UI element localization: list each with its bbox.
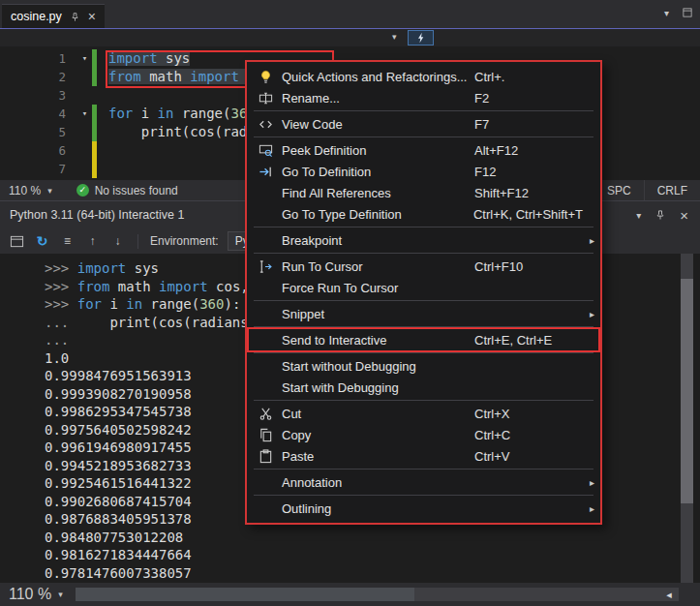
code-text	[97, 160, 108, 178]
context-menu: Quick Actions and Refactorings...Ctrl+.R…	[245, 60, 602, 525]
menu-item-label: Run To Cursor	[282, 259, 363, 274]
menu-item-go-to-type-definition[interactable]: Go To Type DefinitionCtrl+K, Ctrl+Shift+…	[249, 203, 598, 225]
menu-item-copy[interactable]: CopyCtrl+C	[249, 424, 598, 445]
lightbulb-icon	[255, 70, 276, 84]
menu-item-shortcut: Ctrl+C	[474, 428, 583, 442]
menu-item-send-to-interactive[interactable]: Send to InteractiveCtrl+E, Ctrl+E	[249, 329, 598, 350]
menu-item-force-run-to-cursor[interactable]: Force Run To Cursor	[249, 277, 598, 298]
history-icon[interactable]: ≡	[59, 233, 76, 250]
menu-item-label: Start without Debugging	[282, 359, 416, 374]
menu-item-shortcut: Ctrl+F10	[474, 259, 583, 274]
menu-item-label: Quick Actions and Refactorings...	[282, 70, 467, 84]
menu-item-cut[interactable]: CutCtrl+X	[249, 403, 598, 424]
interactive-line: 0.9816271834447664	[45, 546, 700, 564]
rename-icon	[255, 91, 276, 106]
peek-icon	[255, 143, 276, 158]
pin-icon[interactable]	[70, 12, 80, 22]
menu-item-find-all-references[interactable]: Find All ReferencesShift+F12	[249, 182, 598, 203]
pin-icon[interactable]	[654, 209, 666, 221]
menu-item-label: Send to Interactive	[282, 333, 386, 348]
menu-separator	[254, 400, 593, 401]
reset-icon[interactable]: ↻	[34, 233, 50, 250]
editor-navigation-bar: ▾	[0, 28, 700, 46]
close-icon[interactable]: ×	[88, 10, 96, 23]
menu-item-paste[interactable]: PasteCtrl+V	[249, 445, 598, 467]
menu-item-shortcut: Shift+F12	[474, 186, 583, 200]
check-circle-icon: ✓	[76, 184, 89, 197]
line-number: 6	[0, 141, 77, 160]
chevron-down-icon: ▾	[58, 590, 63, 599]
menu-item-snippet[interactable]: Snippet▸	[249, 303, 598, 324]
menu-item-outlining[interactable]: Outlining▸	[249, 498, 598, 519]
tab-label: cosine.py	[11, 10, 62, 23]
scroll-left-arrow-icon[interactable]: ◂	[659, 588, 679, 601]
line-number: 3	[0, 86, 77, 105]
fold-spacer	[77, 86, 92, 105]
menu-item-shortcut: Ctrl+K, Ctrl+Shift+T	[473, 207, 583, 222]
menu-item-run-to-cursor[interactable]: Run To CursorCtrl+F10	[249, 256, 598, 277]
zoom-value: 110 %	[9, 184, 41, 197]
menu-separator	[254, 253, 593, 254]
view-code-icon	[255, 117, 276, 132]
previous-command-icon[interactable]: ↑	[84, 233, 101, 250]
chevron-down-icon[interactable]: ▾	[636, 210, 641, 221]
menu-item-label: Rename...	[282, 91, 340, 106]
menu-item-shortcut: F7	[474, 117, 583, 132]
horizontal-scrollbar[interactable]	[76, 588, 659, 601]
menu-item-annotation[interactable]: Annotation▸	[249, 471, 598, 493]
interactive-zoom-control[interactable]: 110 % ▾	[0, 583, 72, 606]
document-tab-bar: cosine.py × ▾	[0, 0, 700, 28]
menu-separator	[254, 136, 593, 137]
menu-item-start-with-debugging[interactable]: Start with Debugging	[249, 377, 598, 398]
line-number: 1	[0, 49, 77, 68]
menu-item-rename[interactable]: Rename...F2	[249, 87, 598, 108]
window-layout-icon[interactable]	[682, 7, 693, 18]
chevron-down-icon[interactable]: ▾	[392, 32, 397, 42]
menu-separator	[254, 326, 593, 327]
submenu-arrow-icon: ▸	[583, 309, 594, 319]
vertical-scrollbar-thumb[interactable]	[681, 279, 693, 503]
context-menu-items: Quick Actions and Refactorings...Ctrl+.R…	[249, 66, 598, 519]
fold-marker-icon[interactable]: ▾	[77, 105, 92, 123]
submenu-arrow-icon: ▸	[583, 503, 594, 514]
menu-item-label: Start with Debugging	[282, 380, 399, 395]
menu-item-shortcut: Ctrl+E, Ctrl+E	[474, 333, 583, 348]
menu-item-go-to-definition[interactable]: Go To DefinitionF12	[249, 161, 598, 182]
horizontal-scrollbar-thumb[interactable]	[76, 588, 414, 601]
tab-cosine-py[interactable]: cosine.py ×	[2, 4, 105, 28]
line-number: 2	[0, 68, 77, 86]
menu-item-label: Go To Definition	[282, 165, 371, 179]
next-command-icon[interactable]: ↓	[109, 233, 126, 250]
menu-item-view-code[interactable]: View CodeF7	[249, 113, 598, 135]
menu-separator	[254, 300, 593, 301]
menu-item-breakpoint[interactable]: Breakpoint▸	[249, 229, 598, 251]
interactive-line: 0.984807753012208	[45, 529, 700, 547]
menu-separator	[254, 495, 593, 496]
editor-zoom-control[interactable]: 110 % ▾	[0, 180, 61, 200]
close-icon[interactable]: ×	[680, 208, 688, 223]
chevron-down-icon[interactable]: ▾	[664, 8, 669, 18]
clear-screen-icon[interactable]	[9, 233, 25, 250]
code-text	[97, 141, 108, 160]
menu-item-peek-definition[interactable]: Peek DefinitionAlt+F12	[249, 139, 598, 161]
submenu-arrow-icon: ▸	[583, 477, 594, 488]
line-number: 4	[0, 105, 77, 123]
line-ending-indicator[interactable]: CRLF	[644, 180, 700, 200]
menu-item-quick-actions-and-refactorings[interactable]: Quick Actions and Refactorings...Ctrl+.	[249, 66, 598, 87]
menu-item-label: Annotation	[282, 475, 342, 490]
fold-spacer	[77, 68, 92, 86]
toolbar-separator	[137, 234, 138, 249]
fold-marker-icon[interactable]: ▾	[77, 49, 92, 68]
code-text	[97, 86, 108, 105]
menu-item-label: Breakpoint	[282, 233, 342, 248]
interactive-window-icon[interactable]	[408, 30, 434, 45]
menu-item-label: Copy	[282, 428, 311, 442]
runcursor-icon	[255, 259, 276, 274]
submenu-arrow-icon: ▸	[583, 235, 594, 246]
vertical-scrollbar[interactable]	[681, 254, 693, 583]
paste-icon	[255, 449, 276, 464]
menu-item-shortcut: F12	[474, 165, 583, 179]
menu-item-label: Go To Type Definition	[282, 207, 402, 222]
menu-item-start-without-debugging[interactable]: Start without Debugging	[249, 355, 598, 377]
menu-separator	[254, 352, 593, 353]
